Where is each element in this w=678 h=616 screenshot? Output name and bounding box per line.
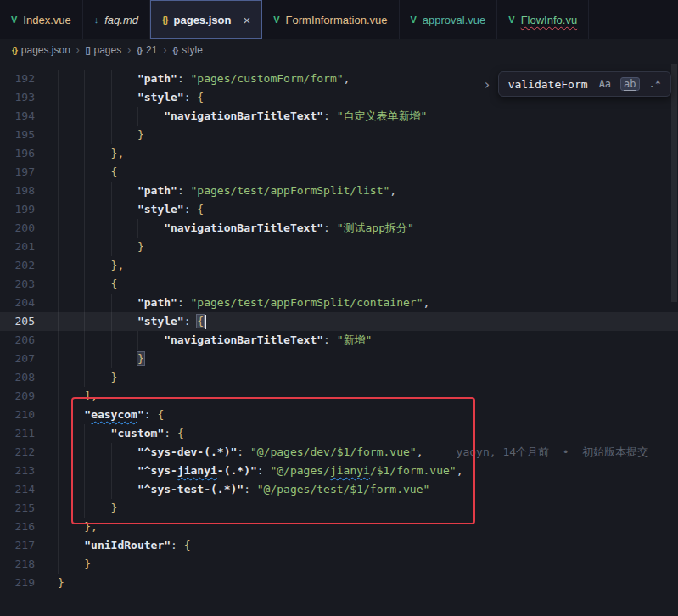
code-line-214[interactable]: 214"^sys-test-(.*)": "@/pages/test/$1/fo… (0, 480, 678, 499)
code-line-204[interactable]: 204"path": "pages/test/appFormSplit/cont… (0, 294, 678, 312)
line-number[interactable]: 198 (0, 182, 58, 200)
code-line-195[interactable]: 195} (0, 126, 678, 144)
code-token: , (417, 445, 423, 458)
close-tab-icon[interactable]: × (243, 14, 250, 26)
code-text: } (58, 238, 678, 256)
code-token: "^sys-dev-(.*)" (137, 445, 237, 458)
breadcrumb-item-style[interactable]: {}style (172, 44, 202, 56)
tab-label: approval.vue (423, 14, 485, 26)
code-line-218[interactable]: 218} (0, 555, 678, 574)
code-line-210[interactable]: 210"easycom": { (0, 406, 678, 424)
tab-flowinfo-vu[interactable]: VFlowInfo.vu (497, 0, 589, 39)
code-line-199[interactable]: 199"style": { (0, 200, 678, 219)
line-number[interactable]: 219 (0, 574, 58, 592)
code-text: "navigationBarTitleText": "自定义表单新增" (58, 107, 678, 126)
indent-guides (58, 443, 137, 462)
line-number[interactable]: 214 (0, 480, 58, 499)
line-number[interactable]: 202 (0, 256, 58, 275)
match-case-icon[interactable]: Aa (599, 78, 611, 90)
code-token: } (137, 128, 144, 141)
code-line-205[interactable]: 205"style": { (0, 312, 678, 331)
git-blame-annotation: yaoyn, 14个月前 • 初始版本提交 (457, 445, 649, 458)
code-line-194[interactable]: 194"navigationBarTitleText": "自定义表单新增" (0, 107, 678, 126)
code-line-206[interactable]: 206"navigationBarTitleText": "新增" (0, 331, 678, 350)
scrollbar-thumb[interactable] (671, 64, 677, 302)
code-line-209[interactable]: 209], (0, 387, 678, 406)
whole-word-icon[interactable]: ab (620, 77, 639, 91)
line-number[interactable]: 201 (0, 238, 58, 256)
line-number[interactable]: 200 (0, 219, 58, 238)
code-line-200[interactable]: 200"navigationBarTitleText": "测试app拆分" (0, 219, 678, 238)
code-token: : (184, 91, 198, 104)
breadcrumb-item-pages-json[interactable]: {}pages.json (12, 44, 70, 56)
find-expand-chevron-icon[interactable]: › (483, 76, 491, 92)
code-line-197[interactable]: 197{ (0, 163, 678, 182)
code-token: : (323, 333, 337, 346)
line-number[interactable]: 206 (0, 331, 58, 350)
code-line-215[interactable]: 215} (0, 499, 678, 518)
code-line-216[interactable]: 216}, (0, 518, 678, 536)
line-number[interactable]: 204 (0, 294, 58, 312)
code-token: "^sys- (137, 464, 177, 477)
code-token: , (389, 184, 396, 197)
code-line-208[interactable]: 208} (0, 368, 678, 387)
line-number[interactable]: 217 (0, 536, 58, 555)
line-number[interactable]: 194 (0, 107, 58, 126)
tab-index-vue[interactable]: VIndex.vue (0, 0, 83, 39)
breadcrumb-item-21[interactable]: {}21 (137, 44, 157, 56)
line-number[interactable]: 203 (0, 275, 58, 294)
code-text: "^sys-test-(.*)": "@/pages/test/$1/form.… (58, 480, 678, 499)
line-number[interactable]: 218 (0, 555, 58, 574)
code-text: "navigationBarTitleText": "测试app拆分" (58, 219, 678, 238)
text-cursor (205, 315, 206, 329)
code-line-207[interactable]: 207} (0, 350, 678, 368)
line-number[interactable]: 197 (0, 163, 58, 182)
tab-forminformation-vue[interactable]: VFormInformation.vue (262, 0, 399, 39)
code-line-196[interactable]: 196}, (0, 144, 678, 163)
code-token: } (58, 576, 64, 589)
line-number[interactable]: 213 (0, 462, 58, 480)
line-number[interactable]: 195 (0, 126, 58, 144)
tab-label: FormInformation.vue (286, 14, 388, 26)
json-file-icon: {} (162, 14, 168, 25)
find-input-box[interactable]: validateForm Aa ab .* (498, 71, 671, 97)
breadcrumb-item-pages[interactable]: []pages (86, 44, 121, 56)
tab-pages-json[interactable]: {}pages.json× (150, 0, 262, 39)
line-number[interactable]: 199 (0, 200, 58, 219)
find-query-text[interactable]: validateForm (508, 78, 590, 91)
code-line-203[interactable]: 203{ (0, 275, 678, 294)
code-text: }, (58, 256, 678, 275)
line-number[interactable]: 196 (0, 144, 58, 163)
code-line-198[interactable]: 198"path": "pages/test/appFormSplit/list… (0, 182, 678, 200)
line-number[interactable]: 215 (0, 499, 58, 518)
line-number[interactable]: 207 (0, 350, 58, 368)
regex-icon[interactable]: .* (649, 78, 661, 90)
code-line-212[interactable]: 212"^sys-dev-(.*)": "@/pages/dev/$1/form… (0, 443, 678, 462)
code-line-219[interactable]: 219} (0, 574, 678, 592)
line-number[interactable]: 210 (0, 406, 58, 424)
code-token: : (257, 464, 271, 477)
code-line-211[interactable]: 211"custom": { (0, 424, 678, 443)
code-text: } (58, 555, 678, 574)
code-text: "custom": { (58, 424, 678, 443)
line-number[interactable]: 208 (0, 368, 58, 387)
line-number[interactable]: 205 (0, 312, 58, 331)
code-line-213[interactable]: 213"^sys-jianyi-(.*)": "@/pages/jianyi/$… (0, 462, 678, 480)
symbol-icon: {} (12, 46, 17, 55)
line-number[interactable]: 216 (0, 518, 58, 536)
indent-guides (58, 518, 84, 536)
line-number[interactable]: 193 (0, 88, 58, 107)
indent-guides (58, 144, 111, 163)
line-number[interactable]: 209 (0, 387, 58, 406)
breadcrumb-separator-icon: › (76, 44, 80, 56)
tab-faq-md[interactable]: ↓faq.md (83, 0, 150, 39)
line-number[interactable]: 211 (0, 424, 58, 443)
line-number[interactable]: 212 (0, 443, 58, 462)
code-line-217[interactable]: 217"uniIdRouter": { (0, 536, 678, 555)
tab-approval-vue[interactable]: Vapproval.vue (400, 0, 498, 39)
whole-word-label: ab (624, 78, 636, 91)
code-line-202[interactable]: 202}, (0, 256, 678, 275)
line-number[interactable]: 192 (0, 70, 58, 88)
scrollbar[interactable] (670, 61, 678, 616)
code-line-201[interactable]: 201} (0, 238, 678, 256)
